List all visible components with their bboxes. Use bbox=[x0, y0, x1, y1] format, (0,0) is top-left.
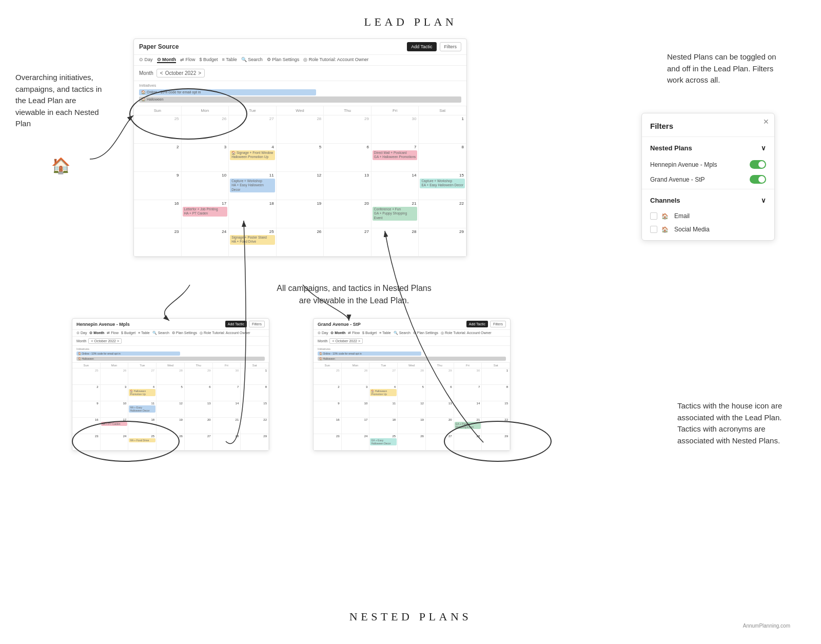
filters-panel: ✕ Filters Nested Plans ∨ Hennepin Avenue… bbox=[641, 113, 775, 241]
left-annotation: Overarching initiatives, campaigns, and … bbox=[15, 72, 105, 130]
hennepin-toggle[interactable] bbox=[750, 160, 766, 169]
cal-cell-9: 9 bbox=[134, 172, 182, 200]
email-channel: 🏠 Email bbox=[642, 209, 774, 223]
nc2-nav: ⊙ Day ⊙ Month ⇌ Flow $ Budget ≡ Table 🔍 … bbox=[314, 330, 510, 337]
bottom-right-annotation: Tactics with the house icon are associat… bbox=[677, 400, 790, 446]
initiative-2: 🏠 Halloween bbox=[139, 96, 461, 103]
nav-month[interactable]: ⊙ Month bbox=[157, 57, 177, 63]
cal-cell-29: 29 bbox=[324, 115, 372, 144]
cal-cell-27b: 27 bbox=[324, 228, 372, 257]
cal-cell-26b: 26 bbox=[277, 228, 324, 257]
initiative-1: 🏠 Online - 10% code for email opt in bbox=[139, 89, 316, 95]
social-media-checkbox[interactable] bbox=[650, 226, 657, 233]
cal-cell-1: 1 bbox=[419, 115, 466, 144]
event-ha-pt-caiden: Letterfor + Job PrintingHA + PT Caiden bbox=[183, 207, 228, 217]
cal-cell-2: 2 bbox=[134, 144, 182, 172]
event-ga-puppy: Conference + FunGA + Puppy Shopping Even… bbox=[373, 207, 418, 221]
cal-cell-7: 7 Direct Mail + PostcardGA + Halloween P… bbox=[372, 144, 419, 172]
calendar-grid: Sun Mon Tue Wed Thu Fri Sat 25 26 27 28 … bbox=[134, 106, 466, 257]
hennepin-label: Hennepin Avenue - Mpls bbox=[650, 161, 717, 168]
cal-cell-10: 10 bbox=[182, 172, 229, 200]
cal-cell-4: 4 🏠 Signage + Front WindowHalloween Prom… bbox=[229, 144, 277, 172]
header-fri: Fri bbox=[372, 106, 419, 115]
event-ea-halloween-decor: Capture + WorkshopEA + Easy Halloween De… bbox=[420, 179, 465, 188]
month-selector[interactable]: < October 2022 > bbox=[157, 69, 205, 77]
nc1-event2: HA + Easy Halloween Decor bbox=[129, 405, 155, 413]
house-icon: 🏠 bbox=[51, 157, 70, 174]
top-right-annotation: Nested Plans can be toggled on and off i… bbox=[667, 51, 790, 86]
filters-button[interactable]: Filters bbox=[440, 42, 462, 51]
filters-close-button[interactable]: ✕ bbox=[763, 118, 769, 126]
nc1-grid: Sun Mon Tue Wed Thu Fri Sat 25 26 27 28 … bbox=[72, 363, 269, 451]
nc1-title: Hennepin Avenue - Mpls bbox=[76, 322, 130, 327]
social-media-channel: 🏠 Social Media bbox=[642, 223, 774, 240]
nested-calendar-hennepin: Hennepin Avenue - Mpls Add Tactic Filter… bbox=[72, 318, 269, 451]
cal-cell-24: 24 bbox=[182, 228, 229, 257]
cal-cell-16: 16 bbox=[134, 200, 182, 228]
cal-cell-30: 30 bbox=[372, 115, 419, 144]
cal-month-row: Month < October 2022 > bbox=[134, 66, 466, 81]
nc2-initiatives: Initiatives 🏠 Online - 10% code for emai… bbox=[314, 346, 510, 363]
filters-title: Filters bbox=[642, 113, 774, 134]
cal-cell-22: 22 bbox=[419, 200, 466, 228]
nav-budget[interactable]: $ Budget bbox=[200, 57, 218, 63]
cal-cell-5: 5 bbox=[277, 144, 324, 172]
header-thu: Thu bbox=[324, 106, 372, 115]
nc2-month: October 2022 bbox=[336, 339, 357, 343]
nc2-month-row: Month < October 2022 > bbox=[314, 337, 510, 346]
cal-cell-11: 11 Capture + WorkshopHA + Easy Halloween… bbox=[229, 172, 277, 200]
header-mon: Mon bbox=[182, 106, 229, 115]
nc1-event4: HA + Food Drive bbox=[129, 438, 155, 442]
initiative-2-label: 🏠 Halloween bbox=[141, 97, 164, 102]
cal-cell-18: 18 bbox=[229, 200, 277, 228]
lead-cal-title: Paper Source bbox=[139, 43, 179, 50]
nc1-header: Hennepin Avenue - Mpls Add Tactic Filter… bbox=[72, 319, 269, 330]
nc1-filters-button[interactable]: Filters bbox=[249, 321, 265, 327]
middle-annotation: All campaigns, and tactics in Nested Pla… bbox=[272, 282, 436, 307]
nc2-event3: GA + Easy Halloween Decor bbox=[370, 438, 397, 445]
cal-cell-3: 3 bbox=[182, 144, 229, 172]
filter-grand-avenue: Grand Avenue - StP bbox=[642, 172, 774, 187]
header-sun: Sun bbox=[134, 106, 182, 115]
footer-text: AnnumPlanning.com bbox=[743, 623, 790, 629]
next-month-btn[interactable]: > bbox=[198, 70, 201, 76]
cal-cell-21: 21 Conference + FunGA + Puppy Shopping E… bbox=[372, 200, 419, 228]
nc2-header: Grand Avenue - StP Add Tactic Filters bbox=[314, 319, 510, 330]
cal-cell-15: 15 Capture + WorkshopEA + Easy Halloween… bbox=[419, 172, 466, 200]
channels-section-header[interactable]: Channels ∨ bbox=[642, 191, 774, 209]
cal-cell-27: 27 bbox=[229, 115, 277, 144]
nav-role-tutorial[interactable]: ◎ Role Tutorial: Account Owner bbox=[303, 57, 368, 63]
event-halloween-promo: 🏠 Signage + Front WindowHalloween Promot… bbox=[230, 150, 275, 160]
nav-search[interactable]: 🔍 Search bbox=[241, 57, 263, 63]
nav-flow[interactable]: ⇌ Flow bbox=[180, 57, 196, 63]
initiatives-section: Initiatives 🏠 Online - 10% code for emai… bbox=[134, 81, 466, 106]
nav-plan-settings[interactable]: ⚙ Plan Settings bbox=[267, 57, 300, 63]
nested-plans-label: Nested Plans bbox=[650, 144, 692, 152]
nav-day[interactable]: ⊙ Day bbox=[139, 57, 153, 63]
page-title: LEAD PLAN bbox=[0, 0, 821, 29]
filter-hennepin: Hennepin Avenue - Mpls bbox=[642, 157, 774, 172]
nc2-title: Grand Avenue - StP bbox=[318, 322, 361, 327]
nested-plans-section-header[interactable]: Nested Plans ∨ bbox=[642, 139, 774, 157]
cal-cell-25: 25 bbox=[134, 115, 182, 144]
cal-cell-23: 23 bbox=[134, 228, 182, 257]
channels-label: Channels bbox=[650, 197, 680, 204]
event-ga-halloween: Direct Mail + PostcardGA + Halloween Pro… bbox=[373, 150, 418, 160]
nc1-initiatives: Initiatives 🏠 Online - 10% code for emai… bbox=[72, 346, 269, 363]
grand-avenue-toggle[interactable] bbox=[750, 175, 766, 184]
add-tactic-button[interactable]: Add Tactic bbox=[407, 42, 436, 51]
month-label: Month bbox=[139, 70, 153, 76]
nc2-add-tactic-button[interactable]: Add Tactic bbox=[466, 321, 488, 327]
nc2-filters-button[interactable]: Filters bbox=[490, 321, 506, 327]
nc1-month: October 2022 bbox=[94, 339, 116, 343]
nc1-nav: ⊙ Day ⊙ Month ⇌ Flow $ Budget ≡ Table 🔍 … bbox=[72, 330, 269, 337]
cal-cell-28b: 28 bbox=[372, 228, 419, 257]
prev-month-btn[interactable]: < bbox=[160, 70, 163, 76]
header-sat: Sat bbox=[419, 106, 466, 115]
nc2-grid: Sun Mon Tue Wed Thu Fri Sat 25 26 27 28 … bbox=[314, 363, 510, 451]
email-checkbox[interactable] bbox=[650, 212, 657, 220]
lead-plan-calendar: Paper Source Add Tactic Filters ⊙ Day ⊙ … bbox=[133, 38, 467, 257]
cal-cell-20: 20 bbox=[324, 200, 372, 228]
nav-table[interactable]: ≡ Table bbox=[222, 57, 237, 63]
nc1-add-tactic-button[interactable]: Add Tactic bbox=[225, 321, 247, 327]
